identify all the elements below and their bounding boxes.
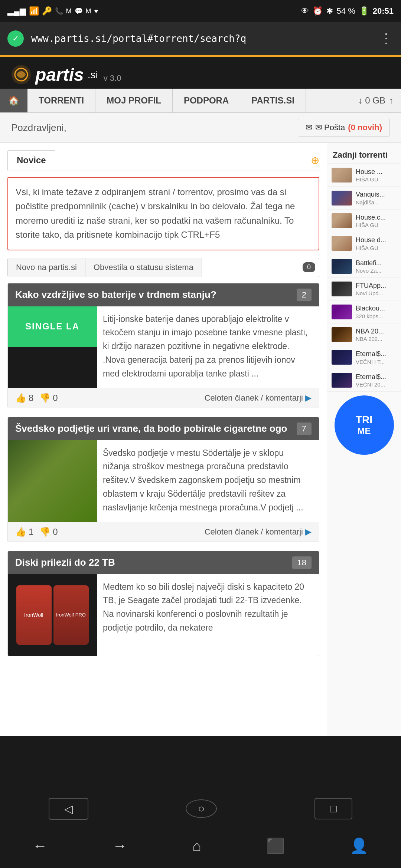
browser-tabs-button[interactable]: ⬛ (255, 834, 296, 858)
browser-back-button[interactable]: ← (22, 834, 59, 858)
article-header-2[interactable]: Švedsko podjetje uri vrane, da bodo pobi… (8, 417, 319, 440)
sidebar-thumb-house1 (332, 168, 352, 183)
gmail-icon: M (66, 7, 72, 15)
sidebar-item-name-4: Battlefi... (356, 259, 382, 267)
more-link-text-2: Celoten članek / komentarji (205, 527, 303, 537)
sub-tab-obvestila[interactable]: Obvestila o statusu sistema (85, 258, 202, 277)
article-header-1[interactable]: Kako vzdržljive so baterije v trdnem sta… (8, 283, 319, 306)
sidebar-item-name-6: Blackou... (356, 304, 385, 313)
thumbs-down-2[interactable]: 👎 0 (39, 527, 58, 537)
image-label: SINGLE LA (25, 321, 79, 332)
sys-recent-button[interactable]: □ (314, 798, 352, 819)
thumbs-up-1[interactable]: 👍 8 (15, 393, 33, 403)
article-footer-1: 👍 8 👎 0 Celoten članek / komentarji ▶ (8, 388, 319, 408)
battery-level: 54 % (337, 6, 355, 16)
alarm-icon: ⏰ (313, 6, 323, 16)
sidebar-item-2[interactable]: House.c... HIŠA GU (327, 210, 401, 232)
sidebar-item-name-0: House ... (356, 168, 382, 176)
sidebar-item-name-2: House.c... (356, 213, 386, 222)
gmail2-icon: M (86, 7, 91, 15)
sidebar-item-sub-1: Najdlša... (356, 199, 385, 206)
nav-tab-podpora[interactable]: PODPORA (173, 89, 240, 112)
eye-icon: 👁 (301, 6, 309, 16)
health-icon: ♥ (94, 7, 98, 15)
sidebar-thumb-eternal2 (332, 373, 352, 388)
thumbs-up-2[interactable]: 👍 1 (15, 527, 33, 537)
article-card-2: Švedsko podjetje uri vrane, da bodo pobi… (7, 417, 319, 542)
sidebar-item-9[interactable]: Eternal$... VEČNI 20... (327, 369, 401, 392)
sidebar-item-0[interactable]: House ... HIŠA GU (327, 164, 401, 187)
sidebar-item-sub-4: Novo Za... (356, 267, 382, 274)
sub-tab-novo[interactable]: Novo na partis.si (8, 258, 85, 277)
sidebar-item-6[interactable]: Blackou... 320 kbps... (327, 300, 401, 323)
nav-bar: 🏠 TORRENTI MOJ PROFIL PODPORA PARTIS.SI … (0, 89, 401, 113)
thumbs-up-count-1: 8 (29, 393, 33, 403)
mail-button[interactable]: ✉ ✉ Pošta (0 novih) (298, 119, 390, 137)
sidebar-right: Zadnji torrenti House ... HIŠA GU Vanqui… (327, 143, 401, 736)
article-comments-2[interactable]: 7 (297, 423, 312, 435)
tab-novice[interactable]: Novice (7, 150, 55, 171)
sidebar-item-3[interactable]: House d... HIŠA GU (327, 232, 401, 255)
nav-tab-partis[interactable]: PARTIS.SI (240, 89, 306, 112)
browser-account-button[interactable]: 👤 (339, 834, 379, 858)
logo-icon (11, 65, 32, 85)
article-comments-1[interactable]: 2 (297, 289, 312, 301)
logo-text: partis (35, 65, 84, 85)
thumbs-down-1[interactable]: 👎 0 (39, 393, 58, 403)
browser-home-button[interactable]: ⌂ (181, 834, 212, 858)
nav-home-button[interactable]: 🏠 (0, 89, 27, 112)
vote-area-1: 👍 8 👎 0 (15, 393, 58, 403)
sidebar-item-sub-9: VEČNI 20... (356, 381, 386, 388)
browser-menu-button[interactable]: ⋮ (379, 31, 394, 46)
clock: 20:51 (373, 6, 394, 16)
sidebar-item-8[interactable]: Eternal$... VEČNI I T... (327, 346, 401, 369)
welcome-bar: Pozdravljeni, ✉ ✉ Pošta (0 novih) (0, 113, 401, 143)
sidebar-item-7[interactable]: NBA 20... NBA 202... (327, 323, 401, 346)
article-header-3[interactable]: Diski prilezli do 22 TB 18 (8, 551, 319, 574)
nav-tab-torrenti[interactable]: TORRENTI (27, 89, 95, 112)
messenger-icon: 💬 (75, 7, 83, 15)
sidebar-item-sub-0: HIŠA GU (356, 176, 382, 183)
sidebar-item-5[interactable]: FTUApp... Novi Upd... (327, 278, 401, 300)
sys-home-button[interactable]: ○ (186, 799, 217, 818)
wifi-icon: 📶 (29, 6, 39, 16)
bluetooth-icon: ✱ (326, 6, 333, 16)
article-body-3: IronWolf IronWolf PRO Medtem ko so bili … (8, 574, 319, 656)
sys-back-button[interactable]: ◁ (49, 798, 88, 820)
address-url[interactable]: www.partis.si/portal#torrent/search?q (31, 33, 372, 44)
welcome-text: Pozdravljeni, (11, 122, 66, 134)
more-link-1[interactable]: Celoten članek / komentarji ▶ (205, 393, 312, 403)
sidebar-item-4[interactable]: Battlefi... Novo Za... (327, 255, 401, 278)
sidebar-thumb-eternal1 (332, 350, 352, 365)
sidebar-item-sub-5: Novi Upd... (356, 290, 386, 296)
site-header: partis .si v 3.0 (0, 57, 401, 89)
browser-forward-button[interactable]: → (101, 834, 138, 858)
article-image-crow (8, 440, 97, 522)
logo-si: .si (88, 69, 98, 81)
thumbs-down-count-1: 0 (53, 393, 58, 403)
upload-icon: ↑ (389, 95, 394, 106)
logo[interactable]: partis .si (11, 65, 98, 85)
more-link-2[interactable]: Celoten članek / komentarji ▶ (205, 527, 312, 537)
hdd-card-2: IronWolf PRO (53, 585, 89, 645)
sidebar-item-name-8: Eternal$... (356, 350, 386, 358)
sidebar-item-1[interactable]: Vanquis... Najdlša... (327, 187, 401, 209)
hdd-card-1: IronWolf (16, 585, 52, 645)
nav-tab-moj-profil[interactable]: MOJ PROFIL (95, 89, 173, 112)
article-text-2: Švedsko podjetje v mestu Södertälje je v… (97, 440, 319, 522)
article-image-3: IronWolf IronWolf PRO (8, 574, 97, 656)
mail-label: ✉ Pošta (315, 123, 345, 132)
signal-icon: ▂▄▆ (7, 6, 26, 16)
thumbs-up-count-2: 1 (29, 527, 33, 537)
sidebar-thumb-house2 (332, 213, 352, 228)
article-comments-3[interactable]: 18 (292, 556, 312, 569)
article-card-1: Kako vzdržljive so baterije v trdnem sta… (7, 283, 319, 408)
thumbs-up-icon: 👍 (15, 393, 26, 403)
more-arrow-icon-2: ▶ (305, 527, 312, 537)
more-arrow-icon: ▶ (305, 393, 312, 403)
battery-icon: 🔋 (359, 6, 369, 16)
vote-area-2: 👍 1 👎 0 (15, 527, 58, 537)
sidebar-thumb-house3 (332, 236, 352, 251)
status-left: ▂▄▆ 📶 🔑 📞 M 💬 M ♥ (7, 6, 98, 16)
article-image-1: SINGLE LA (8, 306, 97, 388)
